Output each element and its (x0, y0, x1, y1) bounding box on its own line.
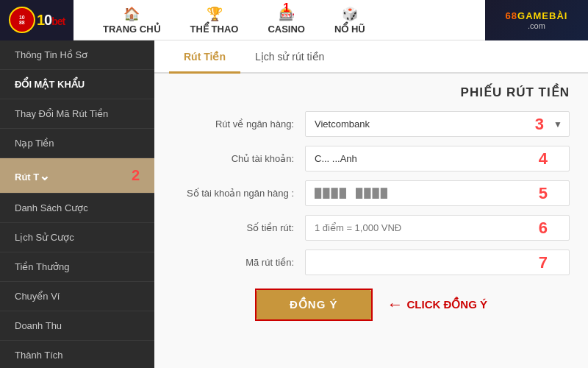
nav-casino[interactable]: 1 🎰 CASINO (253, 0, 320, 40)
chevron-down-icon: ⌄ (39, 169, 50, 183)
content-area: Rút Tiền Lịch sử rút tiền PHIẾU RÚT TIỀN… (154, 40, 588, 368)
tab-rut-tien[interactable]: Rút Tiền (169, 40, 240, 74)
sidebar-item-danh-sach-cuoc[interactable]: Danh Sách Cược (0, 194, 154, 223)
casino-badge: 1 (283, 1, 290, 15)
form-title: PHIẾU RÚT TIỀN (173, 85, 570, 100)
header: 1088 10bet 🏠 TRANG CHỦ 🏆 THỂ THAO 1 🎰 CA… (0, 0, 588, 40)
gamebai-logo[interactable]: 68GAMEBÀI .com (485, 0, 588, 40)
trophy-icon: 🏆 (207, 6, 223, 22)
form-row-ngan-hang: Rút về ngân hàng: Vietcombank Vietinbank… (173, 111, 570, 137)
button-row: ĐỒNG Ý ← CLICK ĐỒNG Ý (173, 289, 570, 321)
home-icon: 🏠 (123, 6, 140, 22)
nav-trang-chu[interactable]: 🏠 TRANG CHỦ (88, 0, 176, 40)
form-row-ma-rut-tien: Mã rút tiền: 7 (173, 250, 570, 275)
field-so-tai-khoan: 5 (305, 180, 570, 206)
sidebar-item-doi-mat-khau[interactable]: ĐỔI MẬT KHẨU (0, 70, 154, 99)
sidebar-item-thanh-tich[interactable]: Thành Tích (0, 341, 154, 368)
label-ma-rut-tien: Mã rút tiền: (173, 257, 305, 268)
field-ngan-hang: Vietcombank Vietinbank BIDV ▼ 3 (305, 111, 570, 137)
sidebar-item-doanh-thu[interactable]: Doanh Thu (0, 311, 154, 341)
sidebar-item-tien-thuong[interactable]: Tiền Thưởng (0, 252, 154, 282)
label-so-tai-khoan: Số tài khoản ngân hàng : (173, 188, 305, 199)
form-row-so-tai-khoan: Số tài khoản ngân hàng : 5 (173, 180, 570, 206)
tab-lich-su-rut[interactable]: Lịch sử rút tiền (240, 40, 339, 74)
nav-the-thao[interactable]: 🏆 THỂ THAO (176, 0, 254, 40)
nav-no-hu[interactable]: 🎲 NỔ HŨ (320, 0, 380, 40)
input-chu-tai-khoan[interactable] (305, 146, 570, 171)
nohu-icon: 🎲 (342, 6, 358, 22)
sidebar-item-lich-su-cuoc[interactable]: Lịch Sử Cược (0, 223, 154, 252)
sidebar-item-rut-tien[interactable]: Rút T⌄ 2 (0, 158, 154, 194)
field-chu-tai-khoan: 4 (305, 146, 570, 171)
form-row-so-tien-rut: Số tiền rút: 6 (173, 215, 570, 241)
btn-dong-y[interactable]: ĐỒNG Ý (257, 290, 371, 319)
sidebar-item-thay-doi-ma[interactable]: Thay Đổi Mã Rút Tiền (0, 99, 154, 129)
form-row-chu-tai-khoan: Chủ tài khoản: 4 (173, 146, 570, 171)
click-label: CLICK ĐỒNG Ý (407, 298, 488, 311)
logo[interactable]: 1088 10bet (0, 0, 74, 40)
sidebar: Thông Tin Hồ Sơ ĐỔI MẬT KHẨU Thay Đổi Mã… (0, 40, 154, 368)
select-ngan-hang[interactable]: Vietcombank Vietinbank BIDV (305, 111, 570, 137)
click-indicator: ← CLICK ĐỒNG Ý (387, 295, 488, 314)
field-ma-rut-tien: 7 (305, 250, 570, 275)
main-container: Thông Tin Hồ Sơ ĐỔI MẬT KHẨU Thay Đổi Mã… (0, 40, 588, 368)
input-so-tai-khoan[interactable] (305, 180, 570, 206)
field-so-tien-rut: 6 (305, 215, 570, 241)
tabs: Rút Tiền Lịch sử rút tiền (154, 40, 588, 74)
form-area: PHIẾU RÚT TIỀN Rút về ngân hàng: Vietcom… (154, 74, 588, 332)
main-nav: 🏠 TRANG CHỦ 🏆 THỂ THAO 1 🎰 CASINO 🎲 NỔ H… (74, 0, 485, 40)
sidebar-item-nap-tien[interactable]: Nạp Tiền (0, 129, 154, 158)
label-so-tien-rut: Số tiền rút: (173, 222, 305, 233)
sidebar-item-thong-tin[interactable]: Thông Tin Hồ Sơ (0, 40, 154, 70)
label-ngan-hang: Rút về ngân hàng: (173, 118, 305, 130)
label-chu-tai-khoan: Chủ tài khoản: (173, 153, 305, 164)
input-ma-rut-tien[interactable] (305, 250, 570, 275)
arrow-left-icon: ← (387, 295, 404, 314)
btn-dong-y-wrapper: ĐỒNG Ý (255, 289, 373, 321)
input-so-tien-rut[interactable] (305, 215, 570, 241)
sidebar-item-chuyen-vi[interactable]: Chuyển Ví (0, 282, 154, 311)
